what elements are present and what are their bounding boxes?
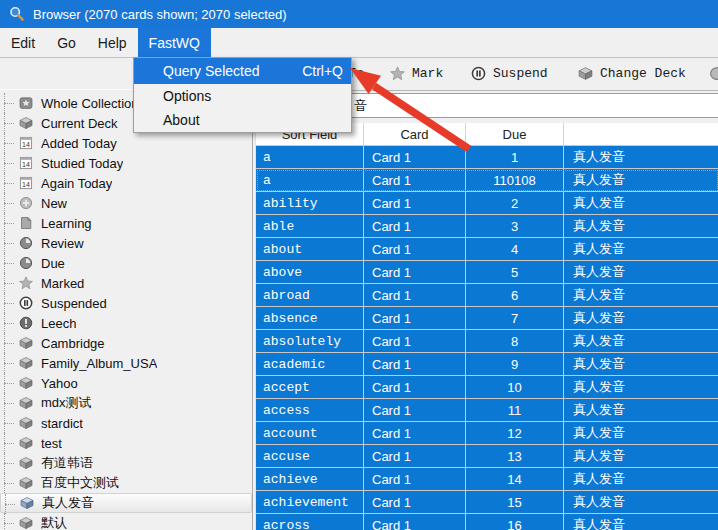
sidebar-item[interactable]: test — [0, 433, 252, 453]
table-row[interactable]: acceptCard 110真人发音 — [256, 376, 718, 399]
cell-sort-field[interactable]: absence — [256, 307, 364, 329]
cell-card[interactable]: Card 1 — [364, 146, 466, 168]
menu-go[interactable]: Go — [46, 28, 87, 57]
sidebar-item[interactable]: Studied Today — [0, 153, 252, 173]
cell-sort-field[interactable]: account — [256, 422, 364, 444]
cell-sort-field[interactable]: achieve — [256, 468, 364, 490]
table-row[interactable]: achieveCard 114真人发音 — [256, 468, 718, 491]
cell-due[interactable]: 7 — [466, 307, 564, 329]
cell-card[interactable]: Card 1 — [364, 353, 466, 375]
cell-deck[interactable]: 真人发音 — [564, 491, 718, 513]
suspend-button[interactable]: Suspend — [470, 58, 548, 89]
cell-deck[interactable]: 真人发音 — [564, 238, 718, 260]
cell-due[interactable]: 4 — [466, 238, 564, 260]
cell-deck[interactable]: 真人发音 — [564, 376, 718, 398]
sidebar-item[interactable]: Due — [0, 253, 252, 273]
cell-sort-field[interactable]: access — [256, 399, 364, 421]
table-row[interactable]: acrossCard 116真人发音 — [256, 514, 718, 530]
sidebar-item[interactable]: 百度中文测试 — [0, 473, 252, 493]
cell-card[interactable]: Card 1 — [364, 192, 466, 214]
cell-card[interactable]: Card 1 — [364, 491, 466, 513]
cell-deck[interactable]: 真人发音 — [564, 353, 718, 375]
sidebar-item[interactable]: Marked — [0, 273, 252, 293]
sidebar-item[interactable]: 默认 — [0, 513, 252, 530]
sidebar-item[interactable]: 真人发音 — [0, 493, 252, 513]
cell-card[interactable]: Card 1 — [364, 445, 466, 467]
table-row[interactable]: abilityCard 12真人发音 — [256, 192, 718, 215]
cell-due[interactable]: 16 — [466, 514, 564, 530]
menu-edit[interactable]: Edit — [0, 28, 46, 57]
mark-button[interactable]: Mark — [389, 58, 443, 89]
cell-deck[interactable]: 真人发音 — [564, 422, 718, 444]
cell-sort-field[interactable]: ability — [256, 192, 364, 214]
sidebar-item[interactable]: Cambridge — [0, 333, 252, 353]
sidebar-item[interactable]: Yahoo — [0, 373, 252, 393]
cell-card[interactable]: Card 1 — [364, 215, 466, 237]
table-row[interactable]: academicCard 19真人发音 — [256, 353, 718, 376]
cell-card[interactable]: Card 1 — [364, 330, 466, 352]
add-tags-button-partial[interactable] — [708, 58, 718, 89]
cell-due[interactable]: 2 — [466, 192, 564, 214]
cell-sort-field[interactable]: abroad — [256, 284, 364, 306]
cell-due[interactable]: 12 — [466, 422, 564, 444]
table-row[interactable]: accessCard 111真人发音 — [256, 399, 718, 422]
table-row[interactable]: achievementCard 115真人发音 — [256, 491, 718, 514]
cell-sort-field[interactable]: accuse — [256, 445, 364, 467]
table-row[interactable]: abroadCard 16真人发音 — [256, 284, 718, 307]
table-row[interactable]: accountCard 112真人发音 — [256, 422, 718, 445]
cell-sort-field[interactable]: able — [256, 215, 364, 237]
cell-due[interactable]: 8 — [466, 330, 564, 352]
cell-sort-field[interactable]: above — [256, 261, 364, 283]
table-row[interactable]: accuseCard 113真人发音 — [256, 445, 718, 468]
table-row[interactable]: aboveCard 15真人发音 — [256, 261, 718, 284]
cell-due[interactable]: 13 — [466, 445, 564, 467]
cell-deck[interactable]: 真人发音 — [564, 330, 718, 352]
sidebar-item[interactable]: stardict — [0, 413, 252, 433]
column-header-card[interactable]: Card — [364, 123, 466, 145]
cell-due[interactable]: 15 — [466, 491, 564, 513]
table-row[interactable]: absenceCard 17真人发音 — [256, 307, 718, 330]
cell-due[interactable]: 110108 — [466, 169, 564, 191]
cell-due[interactable]: 5 — [466, 261, 564, 283]
table-row[interactable]: ableCard 13真人发音 — [256, 215, 718, 238]
cell-card[interactable]: Card 1 — [364, 284, 466, 306]
cell-sort-field[interactable]: achievement — [256, 491, 364, 513]
menu-item-options[interactable]: Options — [134, 84, 351, 108]
menu-item-about[interactable]: About — [134, 108, 351, 132]
cell-deck[interactable]: 真人发音 — [564, 215, 718, 237]
cell-deck[interactable]: 真人发音 — [564, 284, 718, 306]
sidebar-item[interactable]: Review — [0, 233, 252, 253]
sidebar-item[interactable]: Leech — [0, 313, 252, 333]
cell-card[interactable]: Card 1 — [364, 307, 466, 329]
cell-deck[interactable]: 真人发音 — [564, 445, 718, 467]
cell-deck[interactable]: 真人发音 — [564, 192, 718, 214]
cell-card[interactable]: Card 1 — [364, 169, 466, 191]
cell-deck[interactable]: 真人发音 — [564, 399, 718, 421]
cell-due[interactable]: 9 — [466, 353, 564, 375]
cell-card[interactable]: Card 1 — [364, 468, 466, 490]
change-deck-button[interactable]: Change Deck — [577, 58, 686, 89]
cell-card[interactable]: Card 1 — [364, 238, 466, 260]
cell-card[interactable]: Card 1 — [364, 399, 466, 421]
table-row[interactable]: aboutCard 14真人发音 — [256, 238, 718, 261]
sidebar-item[interactable]: Added Today — [0, 133, 252, 153]
sidebar-item[interactable]: Suspended — [0, 293, 252, 313]
cell-card[interactable]: Card 1 — [364, 422, 466, 444]
cell-sort-field[interactable]: accept — [256, 376, 364, 398]
cell-deck[interactable]: 真人发音 — [564, 261, 718, 283]
cell-due[interactable]: 14 — [466, 468, 564, 490]
column-header-due[interactable]: Due — [466, 123, 564, 145]
cell-sort-field[interactable]: academic — [256, 353, 364, 375]
menu-help[interactable]: Help — [87, 28, 138, 57]
cell-sort-field[interactable]: a — [256, 169, 364, 191]
sidebar-item[interactable]: New — [0, 193, 252, 213]
table-row[interactable]: aCard 11真人发音 — [256, 146, 718, 169]
menu-item-query-selected[interactable]: Query Selected Ctrl+Q — [134, 58, 351, 84]
sidebar-item[interactable]: 有道韩语 — [0, 453, 252, 473]
sidebar-item[interactable]: Learning — [0, 213, 252, 233]
sidebar-item[interactable]: mdx测试 — [0, 393, 252, 413]
cell-sort-field[interactable]: absolutely — [256, 330, 364, 352]
cell-due[interactable]: 3 — [466, 215, 564, 237]
cell-sort-field[interactable]: about — [256, 238, 364, 260]
cell-due[interactable]: 6 — [466, 284, 564, 306]
